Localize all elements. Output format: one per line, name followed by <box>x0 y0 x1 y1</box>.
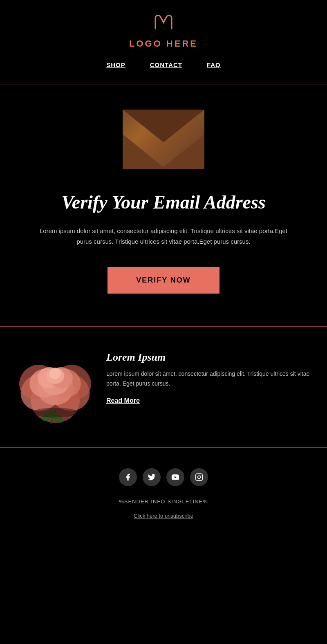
svg-rect-17 <box>196 474 203 481</box>
header: LOGO HERE SHOP CONTACT FAQ <box>0 0 327 85</box>
unsubscribe-link[interactable]: Click here to unsubscribe <box>134 513 193 519</box>
envelope-container <box>25 110 302 171</box>
read-more-link[interactable]: Read More <box>106 397 140 404</box>
youtube-icon[interactable] <box>166 468 184 486</box>
verify-now-button[interactable]: VERIFY NOW <box>108 267 219 294</box>
social-icons-group <box>8 468 319 486</box>
svg-point-12 <box>49 368 61 379</box>
svg-point-18 <box>198 476 201 479</box>
hero-title: Verify Your Email Address <box>25 191 302 213</box>
rose-image <box>16 347 94 427</box>
hero-section: Verify Your Email Address Lorem ipsum do… <box>0 85 327 326</box>
instagram-icon[interactable] <box>190 468 208 486</box>
hero-body: Lorem ipsum dolor sit amet, consectetur … <box>37 226 290 247</box>
logo-icon <box>8 12 319 36</box>
logo-text: LOGO HERE <box>8 38 319 49</box>
nav-shop[interactable]: SHOP <box>106 61 125 68</box>
nav-contact[interactable]: CONTACT <box>150 61 182 68</box>
content-text-block: Lorem Ipsum Lorem ipsum dolor sit amet, … <box>106 347 311 404</box>
sender-info: %SENDER-INFO-SINGLELINE% <box>8 498 319 505</box>
twitter-icon[interactable] <box>143 468 161 486</box>
facebook-icon[interactable] <box>119 468 137 486</box>
content-body: Lorem ipsum dolor sit amet, consectetur … <box>106 369 311 389</box>
envelope-icon <box>123 110 204 169</box>
content-section: Lorem Ipsum Lorem ipsum dolor sit amet, … <box>0 327 327 447</box>
content-title: Lorem Ipsum <box>106 351 311 364</box>
footer: %SENDER-INFO-SINGLELINE% Click here to u… <box>0 448 327 536</box>
svg-point-15 <box>33 408 78 417</box>
nav-faq[interactable]: FAQ <box>207 61 221 68</box>
main-nav: SHOP CONTACT FAQ <box>8 57 319 76</box>
